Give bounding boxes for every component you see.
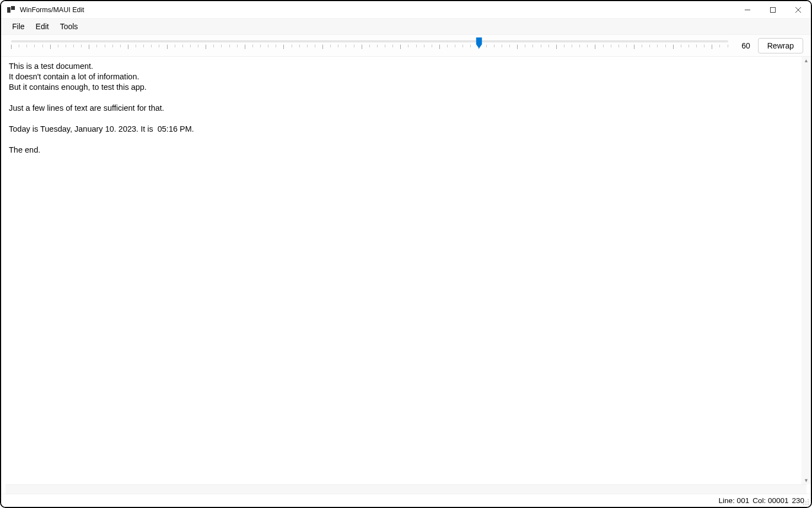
slider-tick <box>315 45 315 47</box>
slider-tick <box>143 45 144 47</box>
slider-tick <box>424 45 424 47</box>
slider-tick <box>377 45 378 47</box>
slider-tick <box>81 45 82 47</box>
slider-tick <box>704 45 705 47</box>
slider-tick <box>673 45 674 49</box>
slider-tick <box>579 45 580 47</box>
slider-tick <box>642 45 642 47</box>
slider-tick <box>283 45 284 49</box>
svg-point-10 <box>805 504 806 505</box>
slider-tick <box>619 45 619 47</box>
slider-tick <box>221 45 222 47</box>
svg-point-11 <box>808 504 809 505</box>
slider-tick <box>58 45 58 47</box>
slider-tick <box>136 45 136 47</box>
slider-tick <box>159 45 159 47</box>
slider-tick <box>455 45 455 47</box>
minimize-button[interactable] <box>735 1 760 18</box>
slider-tick <box>369 45 370 47</box>
slider-tick <box>346 45 346 47</box>
slider-tick <box>362 45 362 49</box>
slider-tick <box>338 45 338 47</box>
slider-tick <box>447 45 448 47</box>
slider-tick <box>385 45 385 47</box>
slider-tick <box>525 45 525 47</box>
slider-tick <box>112 45 113 47</box>
slider-tick <box>229 45 230 47</box>
menu-tools[interactable]: Tools <box>55 20 84 33</box>
slider-tick <box>151 45 152 47</box>
maximize-button[interactable] <box>760 1 786 18</box>
slider-tick <box>213 45 214 47</box>
slider-tick <box>237 45 238 47</box>
svg-rect-1 <box>11 6 15 10</box>
slider-tick <box>167 45 168 49</box>
slider-tick <box>463 45 463 47</box>
slider-value-label: 60 <box>738 41 750 50</box>
slider-tick <box>548 45 549 47</box>
slider-tick <box>494 45 494 47</box>
menu-file[interactable]: File <box>7 20 30 33</box>
close-button[interactable] <box>786 1 811 18</box>
slider-tick <box>206 45 206 49</box>
slider-tick <box>392 45 393 47</box>
status-col: Col: 00001 <box>752 496 788 505</box>
slider-tick <box>416 45 417 47</box>
vertical-scrollbar[interactable]: ▲ ▼ <box>802 57 811 484</box>
slider-tick <box>626 45 627 47</box>
slider-tick <box>681 45 681 47</box>
slider-tick <box>34 45 35 47</box>
svg-rect-0 <box>7 7 10 13</box>
scroll-down-icon[interactable]: ▼ <box>804 478 809 483</box>
slider-tick <box>245 45 245 49</box>
toolbar: 60 Rewrap <box>1 35 811 57</box>
slider-tick <box>665 45 666 47</box>
slider-tick <box>470 45 471 47</box>
slider-tick <box>603 45 604 47</box>
slider-tick <box>657 45 658 47</box>
slider-tick <box>564 45 564 47</box>
wrap-width-slider[interactable] <box>9 35 730 56</box>
slider-tick <box>268 45 268 47</box>
menu-bar: File Edit Tools <box>1 19 811 35</box>
rewrap-button[interactable]: Rewrap <box>758 38 803 53</box>
slider-tick <box>50 45 51 49</box>
slider-track <box>11 40 728 42</box>
app-icon <box>7 6 15 14</box>
editor-textarea[interactable]: This is a test document. It doesn't cont… <box>1 57 802 484</box>
slider-tick <box>541 45 541 47</box>
slider-tick <box>533 45 533 47</box>
slider-tick <box>276 45 276 47</box>
slider-tick <box>432 45 432 47</box>
slider-tick <box>96 45 97 47</box>
slider-tick <box>330 45 331 47</box>
slider-tick <box>572 45 572 47</box>
slider-tick <box>182 45 183 47</box>
slider-tick <box>400 45 401 49</box>
slider-tick <box>728 45 728 47</box>
slider-tick <box>696 45 697 47</box>
slider-tick <box>634 45 634 49</box>
slider-tick <box>11 45 12 49</box>
slider-ticks <box>11 45 728 51</box>
title-bar: WinForms/MAUI Edit <box>1 1 811 19</box>
menu-edit[interactable]: Edit <box>30 20 55 33</box>
slider-tick <box>486 45 487 47</box>
horizontal-scrollbar[interactable] <box>6 484 806 494</box>
scroll-up-icon[interactable]: ▲ <box>804 58 809 63</box>
slider-tick <box>19 45 19 47</box>
slider-tick <box>517 45 518 49</box>
slider-tick <box>198 45 198 47</box>
svg-point-6 <box>808 499 809 500</box>
slider-tick <box>73 45 74 47</box>
app-title: WinForms/MAUI Edit <box>20 6 84 14</box>
slider-tick <box>66 45 66 47</box>
slider-tick <box>105 45 105 47</box>
resize-grip-icon[interactable] <box>803 499 809 505</box>
slider-tick <box>509 45 510 47</box>
slider-tick <box>712 45 712 49</box>
slider-thumb[interactable] <box>476 37 482 48</box>
title-left: WinForms/MAUI Edit <box>1 6 84 14</box>
slider-tick <box>89 45 89 49</box>
slider-tick <box>587 45 588 47</box>
